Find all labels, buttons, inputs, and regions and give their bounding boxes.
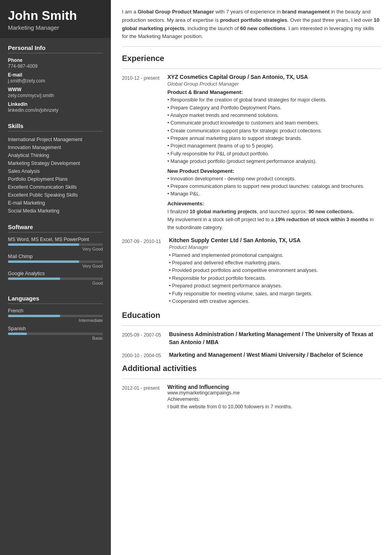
software-bar-fill xyxy=(8,278,60,280)
linkedin-label: LinkedIn xyxy=(8,101,103,107)
skill-item: Portfolio Deployment Plans xyxy=(8,175,103,183)
entry-bullet: • Prepare annual marketing plans to supp… xyxy=(167,135,381,142)
software-level: Very Good xyxy=(8,247,103,251)
activity-text: I built the website from 0 to 10,000 fol… xyxy=(167,403,381,411)
education-entry: 2005-09 - 2007-05Business Administration… xyxy=(122,331,381,346)
personal-info-section: Personal Info Phone 774-987-4009 E-mail … xyxy=(0,38,111,116)
edu-title: Business Administration / Marketing Mana… xyxy=(169,331,381,346)
entry-date: 2010-12 - present xyxy=(122,74,160,232)
edu-date: 2000-10 - 2004-05 xyxy=(122,351,161,359)
entry-content: XYZ Cosmetics Capital Group / San Antoni… xyxy=(167,74,381,232)
entry-bullet: • Prepared and delivered effective marke… xyxy=(169,259,381,267)
entry-bullet: • Responsible for product portfolio fore… xyxy=(169,275,381,282)
experience-title: Experience xyxy=(122,54,381,65)
skill-item: E-mail Marketing xyxy=(8,199,103,207)
entry-bullet: • Prepared product segment performance a… xyxy=(169,282,381,290)
sidebar: John Smith Marketing Manager Personal In… xyxy=(0,0,111,555)
entry-subtitle: Achievements: xyxy=(167,201,381,207)
email-value: j.smith@zety.com xyxy=(8,78,103,84)
entry-bullet: • Fully responsible for meeting volume, … xyxy=(169,290,381,298)
software-level: Very Good xyxy=(8,264,103,268)
language-name: Spanish xyxy=(8,326,103,331)
email-label: E-mail xyxy=(8,72,103,78)
main-content: I am a Global Group Product Manager with… xyxy=(111,0,392,555)
language-level: Basic xyxy=(8,336,103,341)
entry-bullet: • Cooperated with creative agencies. xyxy=(169,298,381,305)
edu-title: Marketing and Management / West Miami Un… xyxy=(169,351,381,359)
entry-role: Product Manager xyxy=(169,244,381,250)
activity-title: Writing and Influencing xyxy=(167,384,381,390)
entry-company: Kitchen Supply Center Ltd / San Antonio,… xyxy=(169,237,381,243)
experience-entry: 2007-09 - 2010-11Kitchen Supply Center L… xyxy=(122,237,381,306)
summary: I am a Global Group Product Manager with… xyxy=(122,8,381,47)
software-bar-fill xyxy=(8,243,79,246)
entry-bullet: • Planned and implemented promotional ca… xyxy=(169,252,381,259)
entry-bullet: • Analyze market trends and recommend so… xyxy=(167,112,381,119)
activity-label: Achievements: xyxy=(167,396,381,403)
languages-list: FrenchIntermediateSpanishBasic xyxy=(8,308,103,341)
education-list: 2005-09 - 2007-05Business Administration… xyxy=(122,331,381,359)
entry-bullet: • Responsible for the creation of global… xyxy=(167,96,381,104)
software-bar-container xyxy=(8,278,103,280)
www-value: zety.com/mycv/j.smith xyxy=(8,93,103,98)
entry-bullet: • Manage product portfolio (product segm… xyxy=(167,158,381,165)
experience-list: 2010-12 - presentXYZ Cosmetics Capital G… xyxy=(122,74,381,305)
language-name: French xyxy=(8,308,103,314)
entry-bullet: • Manage P&L. xyxy=(167,190,381,198)
education-entry: 2000-10 - 2004-05Marketing and Managemen… xyxy=(122,351,381,359)
entry-content: Kitchen Supply Center Ltd / San Antonio,… xyxy=(169,237,381,306)
entry-role: Global Group Product Manager xyxy=(167,81,381,87)
phone-label: Phone xyxy=(8,57,103,63)
www-label: WWW xyxy=(8,87,103,92)
education-title: Education xyxy=(122,311,381,322)
entry-bullet: • Innovation development - develop new p… xyxy=(167,175,381,183)
language-bar-fill xyxy=(8,333,27,335)
activities-list: 2012-01 - presentWriting and Influencing… xyxy=(122,384,381,411)
candidate-title: Marketing Manager xyxy=(8,24,103,31)
entry-bullet: • Provided product portfolios and compet… xyxy=(169,267,381,274)
activity-content: Writing and Influencingwww.mymarketingca… xyxy=(167,384,381,411)
entry-subtitle: New Product Development: xyxy=(167,168,381,174)
language-bar-container xyxy=(8,333,103,335)
entry-bullet: • Create communication support plans for… xyxy=(167,127,381,135)
software-bar-fill xyxy=(8,260,79,263)
activity-entry: 2012-01 - presentWriting and Influencing… xyxy=(122,384,381,411)
education-section: Education 2005-09 - 2007-05Business Admi… xyxy=(122,311,381,359)
software-title: Software xyxy=(8,224,103,233)
edu-date: 2005-09 - 2007-05 xyxy=(122,331,161,346)
software-level: Good xyxy=(8,281,103,285)
skills-list: International Project ManagementInnovati… xyxy=(8,136,103,215)
language-bar-container xyxy=(8,315,103,317)
software-name: Mail Chimp xyxy=(8,254,103,259)
entry-bullet: • Project management (teams of up to 5 p… xyxy=(167,142,381,150)
entry-subtitle: Product & Brand Management: xyxy=(167,89,381,95)
entry-date: 2007-09 - 2010-11 xyxy=(122,237,161,306)
edu-content: Business Administration / Marketing Mana… xyxy=(169,331,381,346)
language-level: Intermediate xyxy=(8,318,103,323)
skill-item: Excellent Communication Skills xyxy=(8,183,103,191)
experience-section: Experience 2010-12 - presentXYZ Cosmetic… xyxy=(122,54,381,305)
entry-bullet: • Communicate product knowledge to custo… xyxy=(167,119,381,127)
entry-bullet: • Prepare Category and Portfolio Deploym… xyxy=(167,104,381,112)
software-list: MS Word, MS Excel, MS PowerPointVery Goo… xyxy=(8,237,103,285)
personal-info-title: Personal Info xyxy=(8,44,103,54)
candidate-name: John Smith xyxy=(8,9,103,23)
software-section: Software MS Word, MS Excel, MS PowerPoin… xyxy=(0,217,111,289)
software-bar-container xyxy=(8,243,103,246)
skill-item: International Project Management xyxy=(8,136,103,144)
skill-item: Sales Analysis xyxy=(8,167,103,175)
skills-title: Skills xyxy=(8,122,103,132)
activity-url: www.mymarketingcampaings.me xyxy=(167,390,381,396)
skills-section: Skills International Project ManagementI… xyxy=(0,116,111,217)
entry-company: XYZ Cosmetics Capital Group / San Antoni… xyxy=(167,74,381,80)
languages-title: Languages xyxy=(8,295,103,304)
skill-item: Analytical Thinking xyxy=(8,151,103,159)
edu-content: Marketing and Management / West Miami Un… xyxy=(169,351,381,359)
sidebar-header: John Smith Marketing Manager xyxy=(0,0,111,38)
skill-item: Social Media Marketing xyxy=(8,207,103,215)
phone-value: 774-987-4009 xyxy=(8,63,103,69)
activities-section: Additional activities 2012-01 - presentW… xyxy=(122,364,381,411)
languages-section: Languages FrenchIntermediateSpanishBasic xyxy=(0,289,111,344)
software-name: Google Analytics xyxy=(8,271,103,276)
language-bar-fill xyxy=(8,315,60,317)
